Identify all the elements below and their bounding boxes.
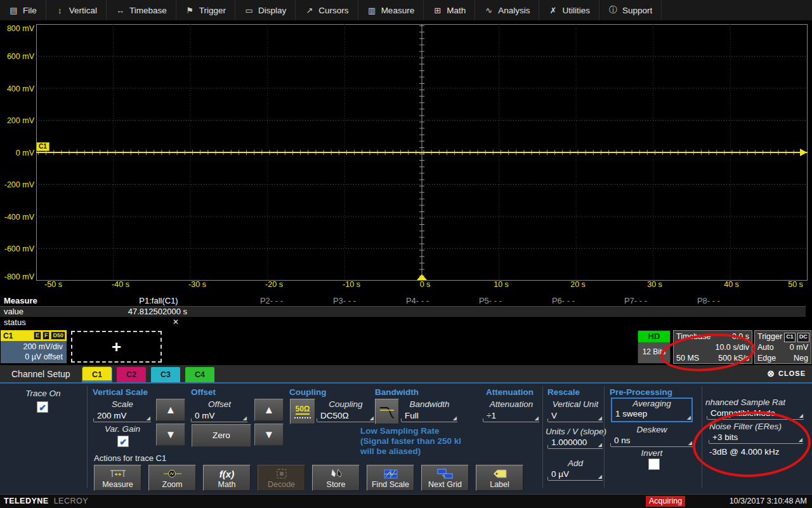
- horizontal-arrows-icon: ↔: [115, 6, 125, 15]
- c1-descriptor-body: 200 mV/div 0 µV offset: [1, 341, 67, 363]
- bandwidth-header: Bandwidth: [375, 387, 419, 397]
- bandwidth-filter-button[interactable]: [375, 399, 399, 424]
- close-button[interactable]: ⊗CLOSE: [767, 369, 806, 378]
- vertical-arrows-icon: ↕: [55, 6, 65, 15]
- c1-descriptor-box[interactable]: C1 E F D50 200 mV/div 0 µV offset: [1, 330, 67, 363]
- invert-checkbox[interactable]: [648, 458, 660, 470]
- scale-dropdown[interactable]: 200 mV: [94, 410, 151, 422]
- trace-on-label: Trace On: [19, 389, 67, 398]
- menu-item-vertical[interactable]: ↕Vertical: [46, 0, 107, 20]
- deskew-dropdown[interactable]: 0 ns: [611, 435, 693, 447]
- zero-offset-button[interactable]: Zero: [192, 424, 251, 447]
- decode-icon: [273, 468, 290, 479]
- measure-column-p6[interactable]: P6- - -: [552, 296, 575, 305]
- deskew-label: Deskew: [611, 425, 693, 434]
- menu-item-cursors[interactable]: ↗Cursors: [296, 0, 358, 20]
- attenuation-dropdown[interactable]: ÷1: [483, 410, 539, 422]
- menu-label: Math: [447, 6, 466, 15]
- measure-column-p5[interactable]: P5- - -: [479, 296, 502, 305]
- measure-section-title: Measure: [4, 296, 37, 305]
- x-axis-label: -50 s: [44, 280, 62, 289]
- menu-item-trigger[interactable]: ⚑Trigger: [176, 0, 235, 20]
- timebase-title: Timebase: [676, 331, 710, 342]
- trigger-slope: Neg: [794, 353, 808, 364]
- trigger-source-badge: C1: [784, 333, 796, 342]
- enhanced-sample-rate-dropdown[interactable]: CompatibleMode: [707, 408, 804, 420]
- timebase-descriptor-box[interactable]: Timebase0.0 s 10.0 s/div 50 MS500 kS/s: [673, 330, 752, 364]
- measure-column-p8[interactable]: P8- - -: [697, 296, 720, 305]
- tab-c2[interactable]: C2: [117, 367, 146, 382]
- measure-column-p1[interactable]: P1:fall(C1): [139, 296, 178, 305]
- action-store-button[interactable]: Store: [312, 465, 360, 491]
- scale-up-button[interactable]: ▲: [156, 399, 185, 421]
- action-zoom-button[interactable]: Zoom: [148, 465, 196, 491]
- x-axis-label: -20 s: [265, 280, 283, 289]
- cursor-arrow-icon: ↗: [304, 6, 314, 15]
- noise-filter-dropdown[interactable]: +3 bits: [709, 432, 803, 444]
- x-axis-label: 40 s: [724, 280, 739, 289]
- menu-item-support[interactable]: ⓘSupport: [599, 0, 662, 20]
- menu-label: Trigger: [199, 6, 226, 15]
- coupling-badge: D50: [51, 331, 65, 340]
- timebase-delay: 0.0 s: [732, 331, 749, 342]
- coupling-50ohm-button[interactable]: 50Ω: [290, 399, 315, 424]
- measure-column-p7[interactable]: P7- - -: [624, 296, 647, 305]
- trigger-descriptor-box[interactable]: TriggerC1DC Auto0 mV EdgeNeg: [754, 330, 811, 364]
- var-gain-checkbox[interactable]: [117, 436, 129, 447]
- preprocessing-header: Pre-Processing: [610, 387, 672, 397]
- menu-label: Timebase: [129, 6, 167, 15]
- menu-item-math[interactable]: ⊞Math: [424, 0, 475, 20]
- menu-item-file[interactable]: ▤File: [0, 0, 46, 20]
- tab-c4[interactable]: C4: [185, 367, 214, 382]
- menu-label: Analysis: [498, 6, 530, 15]
- measure-value-row: value 47.812502000 s: [0, 307, 806, 317]
- action-next-grid-button[interactable]: Next Grid: [421, 465, 469, 491]
- action-find-scale-button[interactable]: Find Scale: [367, 465, 414, 491]
- status-row-label: status: [4, 318, 26, 327]
- scale-down-button[interactable]: ▼: [156, 424, 185, 446]
- action-measure-button[interactable]: Measure: [94, 465, 141, 491]
- tab-c1[interactable]: C1: [82, 367, 112, 382]
- trace-on-checkbox[interactable]: [37, 401, 48, 413]
- tab-c3[interactable]: C3: [151, 367, 180, 382]
- vertical-unit-label: Vertical Unit: [548, 399, 603, 409]
- sampling-warning-line2: (Signal faster than 250 kl: [360, 436, 461, 446]
- add-trace-box[interactable]: +: [71, 331, 162, 363]
- action-math-button[interactable]: f(x) Math: [203, 465, 251, 491]
- vertical-unit-dropdown[interactable]: V: [548, 410, 603, 422]
- status-bar: TELEDYNE LECROY Acquiring 10/3/2017 3:10…: [0, 494, 812, 508]
- p1-value: 47.812502000 s: [95, 307, 187, 316]
- close-label: CLOSE: [778, 370, 806, 377]
- averaging-dropdown[interactable]: Averaging 1 sweep: [611, 398, 693, 422]
- measure-column-p2[interactable]: P2- - -: [260, 296, 283, 305]
- add-dropdown[interactable]: 0 µV: [548, 469, 603, 481]
- y-axis-label: 400 mV: [1, 84, 34, 94]
- brand-teledyne: TELEDYNE: [4, 497, 49, 505]
- units-per-v-label: Units / V (slope): [543, 427, 609, 436]
- menu-item-timebase[interactable]: ↔Timebase: [107, 0, 176, 20]
- trigger-type: Edge: [757, 353, 776, 364]
- menu-item-measure[interactable]: ▥Measure: [358, 0, 424, 20]
- menu-item-display[interactable]: ▭Display: [235, 0, 296, 20]
- action-label-button[interactable]: Label: [476, 465, 523, 491]
- trigger-coupling-badge: DC: [797, 333, 809, 342]
- menu-item-utilities[interactable]: ✗Utilities: [539, 0, 599, 20]
- hd-mode-box[interactable]: HD 12 Bits: [638, 330, 671, 363]
- bandwidth-dropdown[interactable]: Full: [402, 410, 457, 422]
- offset-up-button[interactable]: ▲: [254, 399, 284, 421]
- coupling-dropdown[interactable]: DC50Ω: [317, 410, 374, 422]
- menu-item-analysis[interactable]: ∿Analysis: [475, 0, 539, 20]
- offset-dropdown[interactable]: 0 mV: [192, 410, 247, 422]
- hd-bits-text: 12 Bits: [638, 342, 670, 363]
- measure-column-p4[interactable]: P4- - -: [406, 296, 429, 305]
- display-icon: ▭: [244, 6, 254, 15]
- filter-badge: F: [43, 331, 50, 340]
- offset-down-button[interactable]: ▼: [254, 424, 284, 446]
- dialog-title: Channel Setup: [11, 369, 70, 379]
- units-per-v-dropdown[interactable]: 1.000000: [548, 437, 603, 449]
- y-axis-label: 800 mV: [1, 23, 34, 34]
- action-decode-button: Decode: [258, 465, 305, 491]
- measure-column-p3[interactable]: P3- - -: [333, 296, 356, 305]
- bandwidth-label: Bandwidth: [402, 399, 457, 409]
- c1-zero-level-marker[interactable]: C1: [36, 142, 49, 151]
